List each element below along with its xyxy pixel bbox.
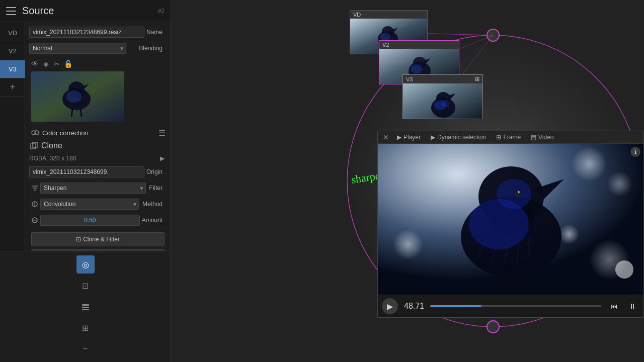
node-v2-header: V2 <box>379 41 459 49</box>
timecode: 48.71 <box>404 302 424 311</box>
svg-rect-19 <box>82 304 89 306</box>
player-play-icon: ▶ <box>397 134 401 141</box>
player-controls: ▶ 48.71 ⏮ ⏸ <box>378 295 643 317</box>
svg-line-6 <box>80 109 82 117</box>
svg-rect-20 <box>82 307 89 308</box>
layers-icon[interactable] <box>76 298 95 316</box>
main-area: VD <box>171 0 644 362</box>
color-correction-menu[interactable]: ☰ <box>158 128 166 138</box>
action-buttons: ⊡ Clone & Filter <box>29 232 167 246</box>
tab-video-label: Video <box>538 134 553 141</box>
name-label: Name <box>146 29 167 36</box>
page-title: Source <box>22 5 158 17</box>
svg-point-24 <box>487 321 499 333</box>
tab-frame-label: Frame <box>503 134 521 141</box>
play-button[interactable]: ▶ <box>382 298 398 314</box>
svg-point-34 <box>380 33 390 41</box>
tab-video[interactable]: ▤ Video <box>526 132 558 143</box>
tab-frame[interactable]: ⊞ Frame <box>491 132 526 143</box>
node-v3-icon: ⊞ <box>475 76 479 82</box>
player-close-button[interactable]: ✕ <box>380 131 392 143</box>
filter-select-wrap: Sharpen None Blur Edge ▼ <box>40 183 146 194</box>
svg-point-47 <box>441 100 449 107</box>
grid-icon[interactable]: ⊞ <box>76 319 95 337</box>
player-panel: ✕ ▶ Player ▶ Dynamic selection ⊞ Frame ▤… <box>377 131 644 318</box>
frame-icon: ⊞ <box>496 134 501 141</box>
blending-row: Normal Multiply Screen Overlay ▼ Blendin… <box>29 41 167 55</box>
menu-icon[interactable] <box>6 7 16 15</box>
svg-line-5 <box>71 109 72 117</box>
svg-point-40 <box>411 64 422 73</box>
svg-point-23 <box>487 29 499 41</box>
info-badge[interactable]: ℹ <box>630 147 640 157</box>
preview-thumbnail <box>31 71 124 122</box>
svg-rect-11 <box>33 142 38 147</box>
header-id: #2 <box>158 8 165 15</box>
player-video: ℹ <box>378 144 643 295</box>
node-v3[interactable]: V3 ⊞ <box>403 74 483 119</box>
sidebar-header: Source #2 <box>0 0 171 22</box>
skip-back-button[interactable]: ⏮ <box>607 299 621 313</box>
rgba-value: RGBA, 320 x 180 <box>29 155 76 162</box>
amount-input[interactable] <box>40 215 140 226</box>
filter-row: Sharpen None Blur Edge ▼ Filter <box>29 181 167 195</box>
eye-icon[interactable]: 👁 <box>29 58 40 69</box>
clone-filter-label: Clone & Filter <box>83 236 120 243</box>
tab-dynamic-selection[interactable]: ▶ Dynamic selection <box>426 132 491 143</box>
lock-icon[interactable]: 🔓 <box>62 58 73 69</box>
node-v3-header: V3 ⊞ <box>403 75 482 83</box>
method-label: Method <box>139 201 167 208</box>
tab-v3[interactable]: V3 <box>0 60 25 78</box>
name-row: Name <box>29 25 167 39</box>
tab-dynamic-label: Dynamic selection <box>437 134 486 141</box>
svg-point-7 <box>66 90 82 103</box>
svg-point-53 <box>559 224 579 244</box>
amount-row: Amount <box>29 213 167 227</box>
icon-row-1: 👁 ◈ ✂ 🔓 <box>29 57 167 70</box>
method-icon <box>29 199 40 210</box>
tab-player-label: Player <box>404 134 421 141</box>
canvas: VD <box>171 0 644 362</box>
svg-rect-21 <box>82 309 89 310</box>
play-icon-small[interactable]: ▶ <box>157 154 167 163</box>
amount-icon <box>29 215 40 226</box>
tab-vd[interactable]: VD <box>0 24 25 42</box>
node-vd-label: VD <box>353 12 361 18</box>
color-correction-label: Color correction <box>42 129 158 137</box>
tab-add[interactable]: + <box>0 78 25 97</box>
scene-icon[interactable]: ⊡ <box>76 277 95 295</box>
svg-point-59 <box>496 179 531 209</box>
minus-icon[interactable]: − <box>76 340 95 358</box>
audio-icon[interactable]: ◈ <box>40 58 51 69</box>
origin-label: Origin <box>146 168 167 175</box>
scissors-icon[interactable]: ✂ <box>51 58 62 69</box>
clone-filter-icon: ⊡ <box>76 236 81 243</box>
svg-point-49 <box>572 146 607 182</box>
video-icon: ▤ <box>531 134 536 141</box>
method-select[interactable]: Convolution Gaussian Laplacian <box>40 199 139 210</box>
name-input[interactable] <box>29 27 144 38</box>
blending-select[interactable]: Normal Multiply Screen Overlay <box>29 43 126 54</box>
tab-v2[interactable]: V2 <box>0 42 25 60</box>
color-correction-header[interactable]: Color correction ☰ <box>29 126 167 140</box>
svg-point-9 <box>35 131 39 135</box>
filter-select[interactable]: Sharpen None Blur Edge <box>40 183 146 194</box>
svg-point-60 <box>515 190 521 196</box>
bottom-icons: ◎ ⊡ ⊞ − <box>0 251 171 362</box>
pause-button[interactable]: ⏸ <box>625 299 639 313</box>
origin-input[interactable] <box>29 166 144 177</box>
blending-select-wrap: Normal Multiply Screen Overlay ▼ <box>29 43 126 54</box>
target-icon[interactable]: ◎ <box>76 255 95 274</box>
dynamic-icon: ▶ <box>431 134 435 141</box>
sidebar: Source #2 VD V2 V3 + Name <box>0 0 171 362</box>
color-correction-icon <box>30 128 40 138</box>
tab-player[interactable]: ▶ Player <box>392 132 426 143</box>
svg-point-51 <box>393 229 423 259</box>
rgba-row: RGBA, 320 x 180 ▶ <box>29 153 167 164</box>
clone-filter-button[interactable]: ⊡ Clone & Filter <box>31 232 165 246</box>
clone-row: Clone <box>29 140 167 152</box>
method-select-wrap: Convolution Gaussian Laplacian ▼ <box>40 199 139 210</box>
player-tabs: ✕ ▶ Player ▶ Dynamic selection ⊞ Frame ▤… <box>378 131 643 144</box>
progress-bar-container[interactable] <box>430 305 601 307</box>
progress-bar <box>430 305 481 307</box>
